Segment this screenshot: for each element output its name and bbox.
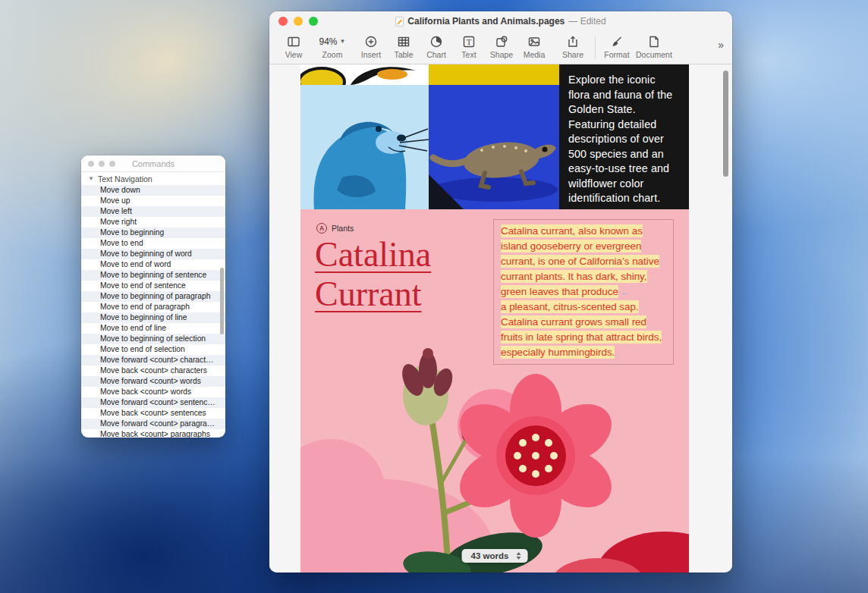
category-label: Plants — [332, 224, 354, 233]
minimize-button[interactable] — [99, 161, 105, 167]
command-item[interactable]: Move to beginning of sentence — [81, 270, 225, 281]
document-icon — [647, 34, 661, 49]
toolbar-divider — [595, 36, 596, 59]
word-count-stepper-icon — [516, 552, 520, 560]
hero-section: Explore the iconic flora and fauna of th… — [300, 64, 689, 209]
commands-traffic-lights — [88, 161, 115, 167]
chart-icon — [429, 34, 443, 49]
insert-button[interactable]: Insert — [357, 34, 385, 59]
command-item[interactable]: Move forward <count> words — [81, 376, 225, 387]
shape-icon — [495, 34, 508, 49]
minimize-button[interactable] — [294, 17, 303, 26]
command-item[interactable]: Move back <count> paragraphs — [81, 429, 225, 438]
document-button[interactable]: Document — [636, 34, 672, 59]
category-tag[interactable]: A Plants — [316, 223, 354, 234]
command-item[interactable]: Move forward <count> charact… — [81, 355, 225, 366]
toolbar-overflow-button[interactable]: » — [718, 39, 723, 51]
pages-titlebar[interactable]: California Plants and Animals.pages — Ed… — [269, 11, 732, 31]
view-button[interactable]: View — [280, 34, 307, 59]
svg-text:T: T — [467, 37, 472, 46]
top-image-strip — [300, 64, 559, 85]
media-button[interactable]: Media — [520, 34, 548, 59]
seal-illustration — [300, 85, 429, 209]
share-icon — [566, 34, 580, 49]
command-item[interactable]: Move down — [81, 185, 225, 196]
intro-text: Explore the iconic flora and fauna of th… — [568, 73, 680, 206]
flower-illustration — [300, 323, 689, 573]
command-item[interactable]: Move left — [81, 206, 225, 217]
command-item[interactable]: Move forward <count> sentenc… — [81, 397, 225, 408]
text-icon: T — [462, 34, 476, 49]
command-item[interactable]: Move to beginning — [81, 227, 225, 238]
close-button[interactable] — [278, 17, 288, 26]
format-icon — [610, 34, 624, 49]
pink-section: A Plants Catalina Currant Catalina curra… — [300, 209, 689, 573]
commands-section-header[interactable]: ▼ Text Navigation — [81, 172, 225, 185]
fullscreen-button[interactable] — [309, 17, 318, 26]
document-page[interactable]: Explore the iconic flora and fauna of th… — [300, 64, 689, 573]
traffic-lights — [278, 17, 318, 26]
butterfly-strip-image — [300, 64, 429, 85]
command-item[interactable]: Move to beginning of line — [81, 312, 225, 323]
chevron-down-icon: ▼ — [88, 175, 94, 182]
command-item[interactable]: Move forward <count> paragra… — [81, 419, 225, 429]
close-button[interactable] — [88, 161, 94, 167]
document-area: Explore the iconic flora and fauna of th… — [269, 64, 732, 573]
table-icon — [397, 34, 410, 49]
commands-window: Commands ▼ Text Navigation Move down Mov… — [81, 155, 225, 438]
chevron-down-icon: ▼ — [340, 38, 346, 45]
commands-titlebar[interactable]: Commands — [81, 155, 225, 172]
format-button[interactable]: Format — [603, 34, 631, 59]
command-item[interactable]: Move to end of sentence — [81, 281, 225, 291]
command-item[interactable]: Move back <count> sentences — [81, 408, 225, 419]
commands-scrollbar[interactable] — [220, 268, 224, 334]
command-item[interactable]: Move to end — [81, 238, 225, 249]
pages-document-icon — [395, 17, 404, 27]
fullscreen-button[interactable] — [109, 161, 115, 167]
lizard-illustration — [429, 85, 559, 209]
shape-button[interactable]: Shape — [488, 34, 515, 59]
command-item[interactable]: Move up — [81, 196, 225, 206]
document-scrollbar[interactable] — [723, 71, 728, 177]
table-button[interactable]: Table — [390, 34, 417, 59]
share-button[interactable]: Share — [559, 34, 587, 59]
pages-window: California Plants and Animals.pages — Ed… — [269, 11, 732, 573]
pages-toolbar: View 94% ▼ Zoom Insert Table Chart — [269, 31, 732, 64]
command-item[interactable]: Move to end of selection — [81, 344, 225, 355]
command-item[interactable]: Move to end of word — [81, 259, 225, 270]
command-item[interactable]: Move right — [81, 217, 225, 227]
page-title[interactable]: Catalina Currant — [315, 235, 431, 314]
view-icon — [287, 34, 300, 49]
command-item[interactable]: Move to beginning of selection — [81, 334, 225, 344]
commands-window-title: Commands — [132, 159, 175, 168]
insert-icon — [364, 34, 378, 49]
yellow-strip-image — [429, 64, 559, 85]
command-item[interactable]: Move to beginning of paragraph — [81, 291, 225, 302]
command-item[interactable]: Move to end of paragraph — [81, 302, 225, 312]
command-item[interactable]: Move back <count> words — [81, 387, 225, 397]
category-letter-badge: A — [316, 223, 327, 234]
window-title-area: California Plants and Animals.pages — Ed… — [395, 16, 605, 27]
line-break-icon: ← — [621, 287, 630, 297]
window-edited-label: — Edited — [568, 16, 605, 27]
zoom-dropdown[interactable]: 94% ▼ Zoom — [319, 34, 346, 59]
command-item[interactable]: Move back <count> characters — [81, 366, 225, 376]
text-button[interactable]: T Text — [455, 34, 483, 59]
word-count[interactable]: 43 words — [462, 549, 528, 563]
intro-text-panel[interactable]: Explore the iconic flora and fauna of th… — [559, 64, 689, 209]
zoom-value: 94% ▼ — [319, 34, 346, 49]
commands-list: Move down Move up Move left Move right M… — [81, 185, 225, 438]
command-item[interactable]: Move to beginning of word — [81, 249, 225, 259]
window-title: California Plants and Animals.pages — [407, 16, 565, 27]
media-icon — [527, 34, 541, 49]
command-item[interactable]: Move to end of line — [81, 323, 225, 334]
chart-button[interactable]: Chart — [423, 34, 450, 59]
word-count-label: 43 words — [471, 551, 509, 560]
